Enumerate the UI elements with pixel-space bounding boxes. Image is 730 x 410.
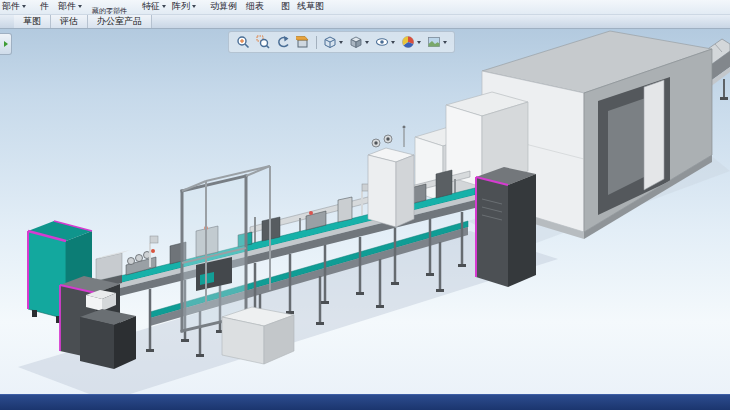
display-style-icon[interactable]: [349, 34, 369, 50]
hide-items-icon[interactable]: [375, 34, 395, 50]
solidworks-window: 部件 件 部件 藏的零部件 特征 阵列 动算例 细表 图 线草图 草图 评估 办…: [0, 0, 730, 410]
ribbon-button-motion-study[interactable]: 动算例: [210, 0, 237, 13]
ribbon-button-hidden-components[interactable]: 藏的零部件: [92, 7, 130, 14]
chevron-down-icon: [192, 5, 196, 8]
ribbon-button-components[interactable]: 部件: [2, 0, 26, 13]
white-table-box[interactable]: [222, 307, 294, 364]
chevron-down-icon: [339, 41, 343, 44]
ribbon-label: 部件: [58, 0, 76, 13]
previous-view-icon[interactable]: [276, 34, 290, 50]
ribbon-label: 线草图: [297, 0, 324, 13]
ribbon-button-features[interactable]: 特征: [142, 0, 166, 13]
chevron-down-icon: [78, 5, 82, 8]
chevron-down-icon: [391, 41, 395, 44]
ribbon-label: 细表: [246, 0, 264, 13]
panel-flyout-tab[interactable]: [0, 33, 12, 55]
toolbar-separator: [316, 36, 317, 49]
ribbon: 部件 件 部件 藏的零部件 特征 阵列 动算例 细表 图 线草图: [0, 0, 730, 15]
ribbon-label: 动算例: [210, 0, 237, 13]
ribbon-button-components-2[interactable]: 部件: [58, 0, 82, 13]
chevron-down-icon: [417, 41, 421, 44]
ribbon-label: 部件: [2, 0, 20, 13]
zoom-fit-icon[interactable]: [236, 34, 250, 50]
assembly-line-model[interactable]: [0, 29, 730, 395]
ribbon-label: 特征: [142, 0, 160, 13]
appearance-icon[interactable]: [401, 34, 421, 50]
ribbon-button-part[interactable]: 件: [40, 0, 49, 13]
commandmanager-tabs: 草图 评估 办公室产品: [0, 15, 730, 29]
filling-station[interactable]: [368, 126, 414, 228]
flyout-arrow-icon: [4, 41, 8, 47]
heads-up-toolbar: [228, 31, 455, 53]
ribbon-label: 件: [40, 0, 49, 13]
section-view-icon[interactable]: [296, 34, 310, 50]
scene-icon[interactable]: [427, 34, 447, 50]
ribbon-label: 图: [281, 0, 290, 13]
ribbon-label: 藏的零部件: [92, 7, 127, 14]
chevron-down-icon: [22, 5, 26, 8]
chevron-down-icon: [365, 41, 369, 44]
tab-sketch[interactable]: 草图: [14, 15, 51, 28]
ribbon-label: 阵列: [172, 0, 190, 13]
status-bar: [0, 394, 730, 410]
ribbon-button-drawing[interactable]: 图: [281, 0, 290, 13]
dark-cabinet-right[interactable]: [476, 167, 536, 287]
zoom-area-icon[interactable]: [256, 34, 270, 50]
view-orientation-icon[interactable]: [323, 34, 343, 50]
tab-office-products[interactable]: 办公室产品: [88, 15, 152, 28]
chevron-down-icon: [443, 41, 447, 44]
ribbon-button-bom[interactable]: 细表: [246, 0, 264, 13]
viewport-canvas[interactable]: [0, 29, 730, 395]
ribbon-button-line-sketch[interactable]: 线草图: [297, 0, 324, 13]
chevron-down-icon: [162, 5, 166, 8]
tab-evaluate[interactable]: 评估: [51, 15, 88, 28]
ribbon-button-pattern[interactable]: 阵列: [172, 0, 196, 13]
